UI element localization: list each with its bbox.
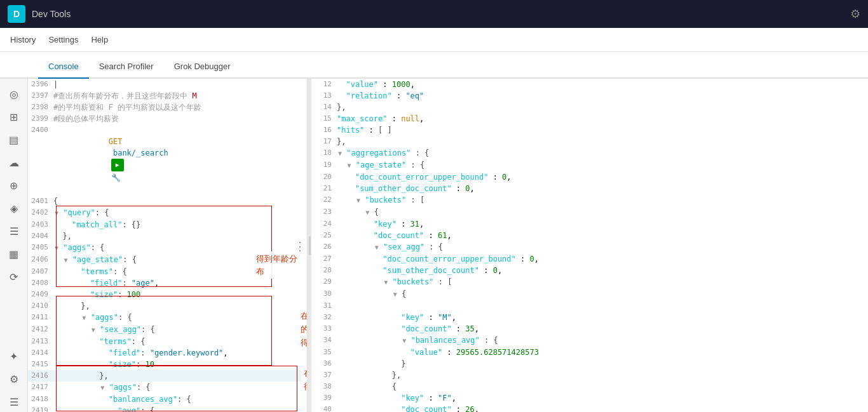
table-row: 28 "sum_other_doc_count" : 0, [311, 265, 868, 276]
table-row: 13 "relation" : "eq" [311, 90, 868, 102]
table-row: 2406 ▼ "age_state": { [28, 254, 307, 266]
tab-search-profiler[interactable]: Search Profiler [89, 55, 164, 79]
nav-history[interactable]: History [10, 32, 36, 47]
table-row: 39 "key" : "F", [311, 392, 868, 404]
app-logo: D [8, 5, 25, 23]
tabs-bar: Console Search Profiler Grok Debugger [0, 52, 868, 79]
table-row: 16 "hits" : [ ] [311, 124, 868, 136]
table-row: 2418 "banlances_avg": { [28, 394, 307, 405]
table-row: 2414 "field": "gender.keyword", [28, 347, 307, 359]
table-row: 23 ▼ { [311, 206, 868, 218]
left-code-editor[interactable]: 2396 | 2397 #查出所有年龄分布，并且这些年龄段中 M 2398 #的… [28, 79, 307, 412]
run-button[interactable]: ▶ [111, 159, 124, 171]
table-row: 2404 }, [28, 230, 307, 242]
table-row: 22 ▼ "buckets" : [ [311, 194, 868, 206]
table-row: 2416 }, [28, 370, 307, 382]
panel-resize-handle[interactable]: ⋮ [294, 239, 306, 252]
table-row: 40 "doc_count" : 26, [311, 404, 868, 412]
table-row: 36 } [311, 358, 868, 369]
table-row: 37 }, [311, 369, 868, 381]
app-title: Dev Tools [32, 9, 844, 19]
table-row: 2408 "field": "age", [28, 277, 307, 289]
gear-icon[interactable]: ⚙ [850, 7, 860, 21]
table-row: 32 "key" : "M", [311, 312, 868, 323]
sidebar-icon-8[interactable]: ⟳ [4, 267, 24, 287]
main-layout: ◎ ⊞ ▤ ☁ ⊕ ◈ ☰ ▦ ⟳ ✦ ⚙ ☰ 2396 | 2397 # [0, 79, 868, 412]
table-row: 24 "key" : 31, [311, 218, 868, 230]
sidebar-icon-3[interactable]: ☁ [4, 152, 24, 173]
nav-settings[interactable]: Settings [48, 32, 78, 47]
sidebar-icon-settings[interactable]: ✦ [4, 346, 24, 366]
table-row: 17 }, [311, 136, 868, 147]
table-row: 34 ▼ "banlances_avg" : { [311, 335, 868, 347]
sidebar-icon-7[interactable]: ▦ [4, 244, 24, 264]
table-row: 2417 ▼ "aggs": { [28, 382, 307, 394]
table-row: 2399 #段的总体平均薪资 [28, 113, 307, 124]
tab-console[interactable]: Console [38, 55, 89, 79]
top-bar: D Dev Tools ⚙ [0, 0, 868, 28]
sidebar-icon-5[interactable]: ◈ [4, 198, 24, 218]
table-row: 2396 | [28, 79, 307, 90]
table-row: 2409 "size": 100 [28, 289, 307, 300]
table-row: 33 "doc_count" : 35, [311, 323, 868, 335]
table-row: 29 ▼ "buckets" : [ [311, 276, 868, 288]
table-row: 2397 #查出所有年龄分布，并且这些年龄段中 M [28, 90, 307, 102]
table-row: 2411 ▼ "aggs": { [28, 312, 307, 324]
table-row: 19 ▼ "age_state" : { [311, 159, 868, 171]
editor-panels: 2396 | 2397 #查出所有年龄分布，并且这些年龄段中 M 2398 #的… [28, 79, 868, 412]
sidebar: ◎ ⊞ ▤ ☁ ⊕ ◈ ☰ ▦ ⟳ ✦ ⚙ ☰ [0, 79, 28, 412]
table-row: 2410 }, [28, 300, 307, 312]
table-row: 27 "doc_count_error_upper_bound" : 0, [311, 253, 868, 265]
right-code-editor[interactable]: 12 "value" : 1000, 13 "relation" : "eq" … [311, 79, 868, 412]
table-row: 2412 ▼ "sex_agg": { [28, 324, 307, 336]
table-row: 18 ▼ "aggregations" : { [311, 147, 868, 159]
table-row: 21 "sum_other_doc_count" : 0, [311, 183, 868, 194]
sidebar-icon-4[interactable]: ⊕ [4, 175, 24, 196]
sidebar-icon-1[interactable]: ⊞ [4, 107, 24, 127]
table-row: 14 }, [311, 102, 868, 113]
table-row: 26 ▼ "sex_agg" : { [311, 241, 868, 253]
table-row: 2401 { [28, 196, 307, 207]
sidebar-icon-0[interactable]: ◎ [4, 84, 24, 104]
right-panel: 12 "value" : 1000, 13 "relation" : "eq" … [311, 79, 868, 412]
sidebar-icon-6[interactable]: ☰ [4, 221, 24, 241]
table-row: 2413 "terms": { [28, 336, 307, 347]
table-row: 2407 "terms": { [28, 266, 307, 277]
nav-help[interactable]: Help [91, 32, 108, 47]
table-row: 2403 "match_all": {} [28, 219, 307, 230]
table-row: 31 [311, 300, 868, 312]
table-row: 25 "doc_count" : 61, [311, 230, 868, 241]
table-row: 35 "value" : 29565.628571428573 [311, 347, 868, 358]
table-row: 2415 "size": 10 [28, 359, 307, 370]
table-row: 30 ▼ { [311, 288, 868, 300]
table-row: 38 { [311, 381, 868, 392]
table-row: 2398 #的平均薪资和 F 的平均薪资以及这个年龄 [28, 102, 307, 113]
table-row: 2405 ▼ "aggs": { [28, 242, 307, 254]
table-row: 15 "max_score" : null, [311, 113, 868, 124]
sidebar-icon-gear[interactable]: ⚙ [4, 369, 24, 389]
table-row: 2419 "avg": { [28, 405, 307, 412]
tab-grok-debugger[interactable]: Grok Debugger [164, 55, 241, 79]
sidebar-icon-menu[interactable]: ☰ [4, 392, 24, 412]
table-row: 2400 GET bank/_search ▶ 🔧 [28, 124, 307, 196]
table-row: 12 "value" : 1000, [311, 79, 868, 90]
left-panel: 2396 | 2397 #查出所有年龄分布，并且这些年龄段中 M 2398 #的… [28, 79, 308, 412]
divider-handle [309, 236, 311, 255]
wrench-button[interactable]: 🔧 [110, 171, 123, 184]
nav-bar: History Settings Help [0, 28, 868, 52]
table-row: 20 "doc_count_error_upper_bound" : 0, [311, 171, 868, 183]
table-row: 2402 ▼ "query": { [28, 207, 307, 219]
sidebar-icon-2[interactable]: ▤ [4, 130, 24, 150]
